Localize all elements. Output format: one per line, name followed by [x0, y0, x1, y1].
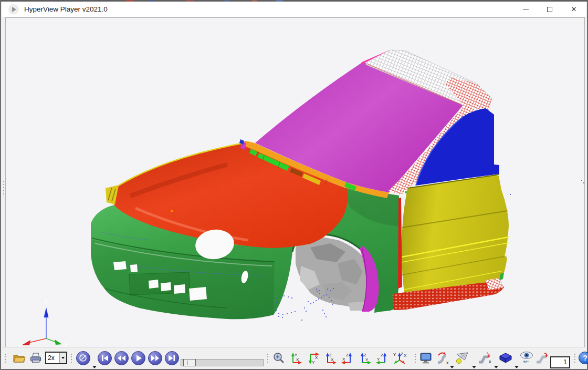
- previous-frame-button[interactable]: [114, 347, 129, 368]
- svg-text:+/−: +/−: [523, 359, 529, 364]
- tracking-dish-icon: [454, 351, 470, 365]
- view-yz-icon: Z Y: [358, 351, 372, 365]
- svg-text:Z: Z: [364, 353, 366, 357]
- animation-mode-dropdown-icon[interactable]: [91, 356, 97, 370]
- app-window: HyperView Player v2021.0 ✕: [0, 0, 588, 370]
- tracking-dropdown-icon[interactable]: [471, 356, 476, 370]
- svg-text:Z: Z: [346, 353, 349, 357]
- svg-text:Z: Z: [329, 353, 332, 357]
- go-to-last-frame-button[interactable]: [164, 347, 180, 368]
- fast-forward-button[interactable]: [148, 347, 163, 368]
- print-button[interactable]: [28, 347, 43, 368]
- app-play-icon: [8, 4, 19, 15]
- view-yz-back-icon: Z Y: [375, 351, 390, 365]
- view-xy-bottom-icon: X Y: [306, 351, 320, 365]
- left-dock-handle[interactable]: [2, 181, 5, 194]
- toolbar-separator: [71, 347, 72, 368]
- view-xz-button[interactable]: Z X: [323, 347, 338, 368]
- frame-number-input[interactable]: [550, 356, 570, 368]
- maximize-button[interactable]: [538, 2, 562, 17]
- go-to-first-frame-button[interactable]: [97, 347, 112, 368]
- rotate-sweep-icon: x: [476, 351, 492, 365]
- section-cut-icon: [534, 351, 549, 365]
- view-yz-button[interactable]: Z Y: [358, 347, 372, 368]
- skip-start-icon: [97, 351, 112, 366]
- svg-text:Y: Y: [295, 353, 298, 357]
- element-box-icon: [498, 351, 513, 365]
- view-iso-icon: Y Z X: [392, 351, 407, 365]
- axis-triad: Z X Y: [17, 299, 68, 348]
- element-representation-button[interactable]: [498, 347, 513, 368]
- frame-number-wrap: [550, 352, 570, 370]
- close-button[interactable]: ✕: [562, 2, 586, 17]
- magnifier-icon: [272, 351, 286, 365]
- car-model-3d: Z X Y: [6, 18, 585, 348]
- toolbar: 2x: [2, 347, 586, 368]
- animation-speed-select[interactable]: 2x: [45, 352, 67, 364]
- minimize-button[interactable]: [513, 2, 538, 17]
- svg-text:?: ?: [583, 354, 587, 362]
- svg-text:Y: Y: [312, 360, 315, 365]
- viewport-3d[interactable]: Z X Y: [5, 17, 585, 348]
- svg-text:Y: Y: [377, 357, 380, 362]
- svg-text:X: X: [315, 355, 318, 360]
- svg-text:x: x: [489, 359, 491, 364]
- monitor-icon: [418, 351, 433, 365]
- eye-plus-minus-icon: +/−: [519, 350, 534, 366]
- rotate-x-button[interactable]: x: [435, 347, 449, 368]
- toolbar-separator: [574, 347, 575, 368]
- window-title: HyperView Player v2021.0: [24, 5, 108, 13]
- fit-view-button[interactable]: [418, 347, 433, 368]
- help-icon: ?: [578, 351, 588, 365]
- toolbar-separator: [415, 347, 416, 368]
- animation-mode-button[interactable]: [76, 347, 91, 368]
- speed-dropdown-arrow-icon[interactable]: [59, 353, 66, 363]
- view-xz-icon: Z X: [323, 351, 338, 365]
- svg-text:X: X: [404, 353, 407, 358]
- svg-text:X: X: [331, 357, 334, 362]
- door-panel: [393, 174, 509, 310]
- view-xy-bottom-button[interactable]: X Y: [306, 347, 320, 368]
- svg-text:Y: Y: [365, 357, 369, 362]
- view-xy-button[interactable]: Y X: [288, 347, 303, 368]
- view-xz-back-button[interactable]: Z X: [340, 347, 355, 368]
- toolbar-separator: [267, 347, 268, 368]
- printer-icon: [28, 351, 43, 365]
- view-xy-icon: Y X: [288, 351, 303, 365]
- rotate-x-dropdown-icon[interactable]: [449, 356, 454, 370]
- svg-text:Y: Y: [393, 352, 396, 357]
- svg-text:Z: Z: [381, 353, 383, 357]
- section-cut-button[interactable]: [534, 347, 549, 368]
- axis-label-z: Z: [44, 299, 48, 305]
- play-button[interactable]: [131, 347, 146, 368]
- fast-forward-icon: [148, 351, 163, 366]
- view-iso-button[interactable]: Y Z X: [392, 347, 407, 368]
- titlebar[interactable]: HyperView Player v2021.0 ✕: [2, 2, 586, 17]
- toolbar-drag-handle[interactable]: [5, 347, 6, 368]
- svg-text:Z: Z: [401, 352, 403, 356]
- range-slider[interactable]: [181, 361, 264, 370]
- play-icon: [131, 351, 146, 366]
- rotate-x-icon: x: [435, 351, 449, 365]
- help-button[interactable]: ?: [578, 347, 588, 368]
- element-representation-dropdown-icon[interactable]: [513, 356, 519, 370]
- rewind-icon: [114, 351, 129, 366]
- entity-visibility-button[interactable]: +/−: [519, 347, 534, 368]
- speed-value: 2x: [46, 354, 59, 362]
- tracking-system-button[interactable]: [454, 347, 470, 368]
- folder-icon: [12, 351, 26, 365]
- rotate-sweep-button[interactable]: x: [476, 347, 492, 368]
- view-xz-back-icon: Z X: [340, 351, 355, 365]
- view-yz-back-button[interactable]: Z Y: [375, 347, 390, 368]
- rotate-sweep-dropdown-icon[interactable]: [493, 356, 498, 370]
- svg-text:X: X: [296, 357, 299, 362]
- svg-text:X: X: [342, 357, 345, 362]
- animation-mode-icon: [76, 351, 91, 366]
- skip-end-icon: [164, 351, 180, 366]
- zoom-area-button[interactable]: [272, 347, 286, 368]
- open-file-button[interactable]: [12, 347, 26, 368]
